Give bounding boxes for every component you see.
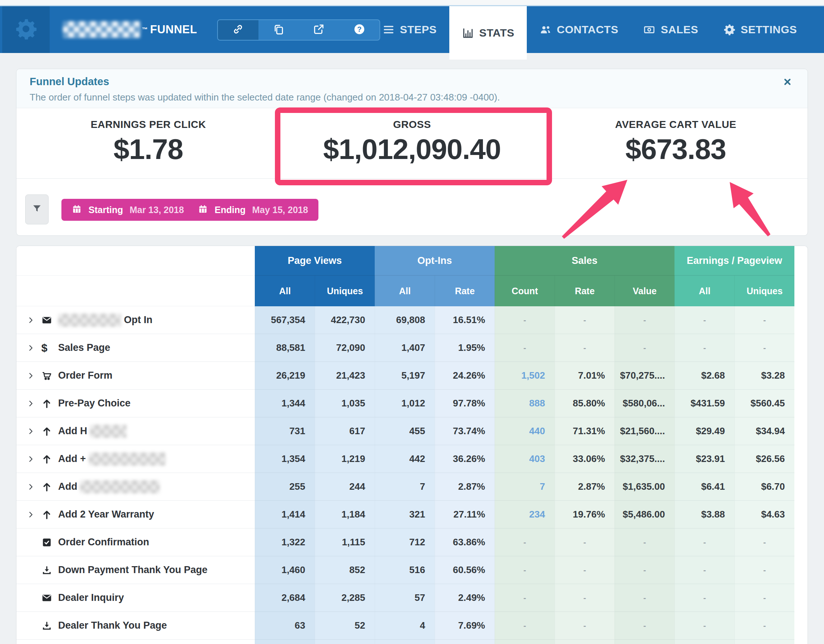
top-navbar: ™ FUNNEL ? STEPSSTATSCONTACTSSALESSETTIN… [0,5,824,53]
chevron-right-icon[interactable] [27,400,41,407]
external-link-button[interactable] [299,20,339,40]
value-cell: 72,090 [315,334,375,362]
chevron-right-icon[interactable] [27,344,41,352]
table-row: Order Form26,21921,4235,19724.26%1,5027.… [17,362,807,390]
stats-page: ™ FUNNEL ? STEPSSTATSCONTACTSSALESSETTIN… [0,0,824,644]
table-row: Add 2 Year Warranty1,4141,18432127.11%23… [17,501,807,529]
value-cell: 57 [375,584,435,612]
value-cell: 5,197 [375,362,435,390]
step-label-cell[interactable]: Order Confirmation [17,529,255,556]
value-cell: 516 [375,556,435,584]
copy-button[interactable] [258,20,299,40]
redacted-text [80,480,160,493]
value-cell: - [615,529,675,556]
value-cell: 1,012 [375,390,435,417]
sales-count-link[interactable]: 888 [495,390,555,417]
filter-button[interactable] [25,194,49,224]
value-cell: 63.86% [435,529,495,556]
step-label-cell[interactable]: Dealer Thank You Page [17,612,255,639]
value-cell: - [675,612,735,639]
tab-stats[interactable]: STATS [449,6,527,60]
value-cell: $1,635.00 [615,473,675,501]
funnel-action-bar: ? [217,19,380,41]
value-cell [675,639,735,644]
value-cell: 73.74% [435,417,495,445]
value-cell: 36.26% [435,445,495,473]
step-label-cell[interactable]: Add 2 Year Warranty [17,501,255,529]
value-cell: $26.56 [735,445,795,473]
chevron-right-icon[interactable] [27,455,41,463]
value-cell: - [675,584,735,612]
step-label-cell[interactable]: Down Payment Thank You Page [17,556,255,584]
value-cell: - [735,584,795,612]
sales-count-link[interactable]: 234 [495,501,555,529]
value-cell: 69,808 [375,306,435,334]
column-header-all: All [255,275,315,306]
stat-earnings-per-click: EARNINGS PER CLICK$1.78 [17,108,280,178]
cart-icon [41,370,58,381]
browser-edge-strip [0,0,824,6]
money-icon [643,23,655,36]
calendar-icon [198,204,208,216]
chevron-right-icon[interactable] [27,372,41,380]
starting-date-badge[interactable]: Starting Mar 13, 2018 [61,199,194,221]
sales-count-link[interactable]: 1,502 [495,362,555,390]
redacted-text [63,21,140,38]
tab-label: SETTINGS [741,23,797,36]
value-cell: 2.87% [555,473,615,501]
sales-count-link[interactable]: 7 [495,473,555,501]
arrow-up-icon [41,453,58,464]
value-cell: 1,184 [315,501,375,529]
column-header-rate: Rate [555,275,615,306]
value-cell: $3.88 [675,501,735,529]
nav-tabs: STEPSSTATSCONTACTSSALESSETTINGS [370,6,809,53]
table-right-pad [795,556,807,584]
svg-text:?: ? [357,25,361,33]
chevron-right-icon[interactable] [27,427,41,435]
value-cell: $70,275.... [615,362,675,390]
sales-count-link[interactable] [495,639,555,644]
step-label-cell[interactable] [17,639,255,644]
value-cell: 16.51% [435,306,495,334]
table-right-pad [795,639,807,644]
envelope-icon [41,315,58,326]
check-square-icon [41,537,58,548]
tab-sales[interactable]: SALES [630,6,711,53]
value-cell [555,639,615,644]
step-label-cell[interactable]: Opt In [17,306,255,334]
table-right-pad [795,612,807,639]
sales-count-link[interactable]: 440 [495,417,555,445]
step-label-cell[interactable]: $Sales Page [17,334,255,362]
tab-steps[interactable]: STEPS [370,6,449,53]
filter-row: Starting Mar 13, 2018 Ending May 15, 201… [17,178,807,236]
step-label-cell[interactable]: Add [17,473,255,501]
chevron-right-icon[interactable] [27,483,41,491]
step-label-cell[interactable]: Add + [17,445,255,473]
app-menu-button[interactable] [2,6,50,53]
value-cell: 321 [375,501,435,529]
value-cell: - [735,556,795,584]
value-cell: - [495,529,555,556]
tab-contacts[interactable]: CONTACTS [527,6,630,53]
table-right-pad [795,390,807,417]
ending-date-badge[interactable]: Ending May 15, 2018 [188,199,318,221]
chevron-right-icon[interactable] [27,316,41,324]
column-header-rate: Rate [435,275,495,306]
value-cell: - [555,529,615,556]
chevron-right-icon[interactable] [27,510,41,519]
value-cell: 97.78% [435,390,495,417]
sales-count-link[interactable]: 403 [495,445,555,473]
redacted-text [90,425,126,438]
column-header-all: All [375,275,435,306]
step-label-cell[interactable]: Dealer Inquiry [17,584,255,612]
close-icon[interactable] [783,77,796,90]
tab-settings[interactable]: SETTINGS [711,6,809,53]
group-header-sales: Sales [495,246,675,275]
step-label-cell[interactable]: Add H [17,417,255,445]
value-cell [315,639,375,644]
value-cell: - [555,584,615,612]
link-button[interactable] [218,20,258,40]
step-label-cell[interactable]: Pre-Pay Choice [17,390,255,417]
value-cell: 731 [255,417,315,445]
step-label-cell[interactable]: Order Form [17,362,255,390]
